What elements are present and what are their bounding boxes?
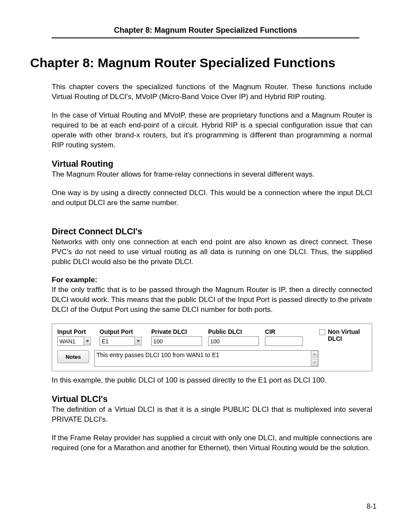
input-port-label: Input Port	[57, 328, 94, 335]
cir-label: CIR	[265, 328, 304, 335]
dlci-form: Input Port Output Port	[52, 324, 372, 371]
direct-connect-heading: Direct Connect DLCI's	[52, 227, 372, 236]
scroll-up-icon[interactable]	[311, 351, 318, 358]
virtual-dlcis-heading: Virtual DLCI's	[52, 394, 372, 404]
virtual-dlcis-p1: The definition of a Virtual DLCI is that…	[52, 405, 372, 425]
private-dlci-label: Private DLCI	[151, 328, 203, 335]
notes-button[interactable]: Notes	[57, 350, 89, 363]
public-dlci-input[interactable]	[208, 336, 259, 346]
public-dlci-label: Public DLCI	[208, 328, 260, 335]
non-virtual-dlci-checkbox[interactable]	[319, 329, 325, 335]
chapter-title: Chapter 8: Magnum Router Specialized Fun…	[30, 56, 381, 70]
notes-value: This entry passes DLCI 100 from WAN1 to …	[97, 352, 219, 358]
virtual-routing-heading: Virtual Routing	[52, 159, 372, 169]
non-virtual-dlci-label: Non Virtual DLCI	[328, 328, 367, 342]
output-port-value[interactable]	[100, 336, 135, 346]
direct-connect-p1: Networks with only one connection at eac…	[52, 237, 372, 267]
for-example-label: For example:	[52, 276, 372, 284]
output-port-select[interactable]	[100, 336, 146, 346]
private-dlci-input[interactable]	[151, 336, 202, 346]
body: This chapter covers the specialized func…	[52, 82, 372, 453]
page-number: 8-1	[367, 503, 377, 510]
figure-caption: In this example, the public DLCI of 100 …	[52, 376, 372, 386]
intro-para-1: This chapter covers the specialized func…	[52, 82, 372, 102]
chevron-down-icon[interactable]	[84, 337, 91, 345]
input-port-select[interactable]	[57, 336, 94, 346]
virtual-dlcis-p2: If the Frame Relay provider has supplied…	[52, 433, 372, 453]
page: Chapter 8: Magnum Router Specialized Fun…	[0, 0, 411, 532]
running-header: Chapter 8: Magnum Router Specialized Fun…	[52, 26, 359, 38]
input-port-value[interactable]	[57, 336, 84, 346]
scroll-down-icon[interactable]	[311, 359, 318, 366]
intro-para-2: In the case of Virtual Routing and MVoIP…	[52, 111, 372, 150]
chevron-down-icon[interactable]	[134, 337, 142, 345]
virtual-routing-p2: One way is by using a directly connected…	[52, 188, 372, 208]
output-port-label: Output Port	[100, 328, 146, 335]
notes-textarea[interactable]: This entry passes DLCI 100 from WAN1 to …	[94, 350, 318, 367]
direct-connect-p2: If the only traffic that is to be passed…	[52, 285, 372, 315]
virtual-routing-p1: The Magnum Router allows for frame-relay…	[52, 170, 372, 180]
scrollbar[interactable]	[311, 351, 318, 366]
cir-input[interactable]	[265, 336, 303, 346]
